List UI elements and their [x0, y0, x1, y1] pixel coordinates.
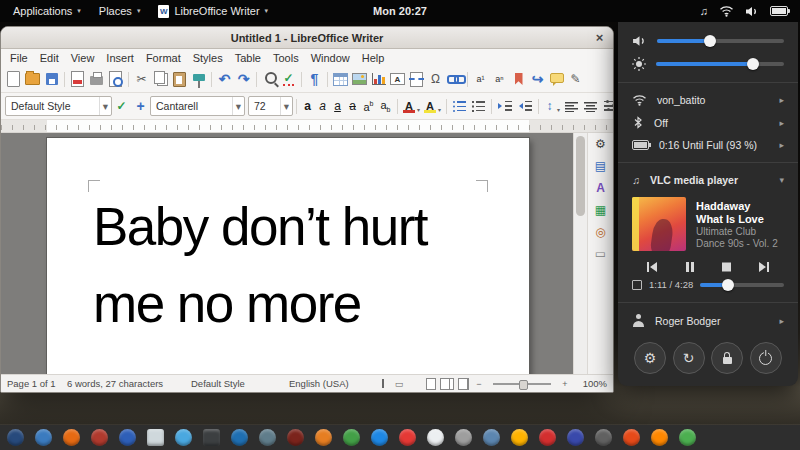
page-deck-icon[interactable]: ▭ — [595, 248, 606, 260]
insert-hyperlink-button[interactable] — [445, 69, 464, 89]
system-status-area[interactable]: ♫ — [700, 0, 788, 22]
font-size-combo[interactable]: 72 ▾ — [248, 96, 293, 116]
strikethrough-button[interactable]: a — [345, 99, 360, 113]
previous-track-button[interactable] — [645, 261, 658, 273]
font-color-dropdown[interactable]: ▾ — [417, 106, 420, 113]
taskbar-app-icon-18[interactable] — [483, 429, 500, 446]
menu-tools[interactable]: Tools — [267, 52, 305, 64]
insert-textbox-button[interactable]: A — [388, 69, 407, 89]
copy-button[interactable] — [151, 69, 170, 89]
multi-page-view-icon[interactable] — [440, 378, 450, 390]
paste-button[interactable] — [170, 69, 189, 89]
taskbar-vlc-icon[interactable] — [651, 429, 668, 446]
wifi-icon[interactable] — [719, 5, 734, 17]
brightness-slider[interactable] — [656, 62, 784, 66]
bold-button[interactable]: a — [300, 99, 315, 113]
taskbar-terminal-icon[interactable] — [203, 429, 220, 446]
window-titlebar[interactable]: Untitled 1 - LibreOffice Writer × — [1, 27, 613, 49]
zoom-slider[interactable] — [493, 383, 551, 385]
document-page[interactable]: Baby don’t hurt me no more — [47, 138, 529, 374]
bullet-list-button[interactable] — [453, 101, 466, 111]
zoom-slider-knob[interactable] — [519, 380, 528, 390]
highlight-color-button[interactable]: A — [422, 100, 438, 112]
insert-image-button[interactable] — [350, 69, 369, 89]
chevron-down-icon[interactable]: ▾ — [99, 97, 111, 115]
book-view-icon[interactable] — [458, 378, 469, 390]
update-style-button[interactable]: ✓ — [112, 96, 131, 116]
document-canvas[interactable]: Baby don’t hurt me no more — [1, 133, 573, 374]
page-break-button[interactable] — [407, 69, 426, 89]
taskbar-app-icon-23[interactable] — [623, 429, 640, 446]
new-style-button[interactable]: + — [131, 96, 150, 116]
redo-button[interactable]: ↷ — [234, 69, 253, 89]
save-button[interactable] — [42, 69, 61, 89]
underline-button[interactable]: a — [330, 99, 345, 113]
taskbar-app-icon-4[interactable] — [91, 429, 108, 446]
selection-mode-icon[interactable]: ▭ — [391, 379, 407, 389]
pause-button[interactable] — [684, 261, 695, 273]
document-text[interactable]: Baby don’t hurt me no more — [47, 138, 529, 342]
menu-edit[interactable]: Edit — [34, 52, 65, 64]
brightness-slider-knob[interactable] — [747, 58, 759, 70]
menu-file[interactable]: File — [4, 52, 34, 64]
highlight-color-dropdown[interactable]: ▾ — [438, 106, 441, 113]
taskbar-app-icon-9[interactable] — [231, 429, 248, 446]
zoom-in-button[interactable]: + — [557, 379, 573, 389]
superscript-button[interactable]: ab — [360, 100, 377, 113]
track-changes-button[interactable]: ✎ — [566, 69, 585, 89]
font-name-combo[interactable]: Cantarell ▾ — [150, 96, 245, 116]
settings-button[interactable]: ⚙ — [634, 342, 666, 374]
cut-button[interactable]: ✂ — [132, 69, 151, 89]
vertical-scrollbar[interactable] — [573, 133, 587, 374]
print-preview-button[interactable] — [106, 69, 125, 89]
sidebar-settings-icon[interactable] — [604, 101, 613, 111]
paragraph-style-combo[interactable]: Default Style ▾ — [5, 96, 112, 116]
insert-footnote-button[interactable]: a¹ — [471, 69, 490, 89]
sidebar-settings-icon[interactable]: ⚙ — [595, 138, 606, 150]
battery-menu-item[interactable]: 0:16 Until Full (93 %) ▸ — [618, 134, 798, 156]
menu-insert[interactable]: Insert — [100, 52, 140, 64]
chevron-down-icon[interactable]: ▾ — [232, 97, 244, 115]
menu-window[interactable]: Window — [305, 52, 356, 64]
insert-bookmark-button[interactable] — [509, 69, 528, 89]
language-status[interactable]: English (USA) — [289, 378, 375, 389]
taskbar-app-icon-21[interactable] — [567, 429, 584, 446]
media-player-menu-item[interactable]: ♫ VLC media player ▾ — [618, 169, 798, 191]
increase-indent-button[interactable] — [498, 101, 512, 111]
print-button[interactable] — [87, 69, 106, 89]
spelling-button[interactable]: ✓ — [279, 69, 298, 89]
scrollbar-thumb[interactable] — [576, 136, 585, 216]
taskbar-app-icon-22[interactable] — [595, 429, 612, 446]
taskbar-music-icon[interactable] — [511, 429, 528, 446]
orientation-lock-button[interactable]: ↻ — [673, 342, 705, 374]
taskbar-media-player-icon[interactable] — [427, 429, 444, 446]
decrease-indent-button[interactable] — [518, 101, 532, 111]
taskbar-app-icon-5[interactable] — [119, 429, 136, 446]
places-menu[interactable]: Places ▾ — [90, 0, 150, 22]
media-icon[interactable]: ♫ — [700, 5, 708, 17]
power-button[interactable] — [750, 342, 782, 374]
zoom-level[interactable]: 100% — [573, 378, 607, 389]
volume-slider-knob[interactable] — [704, 35, 716, 47]
taskbar-app-icon-12[interactable] — [315, 429, 332, 446]
volume-slider[interactable] — [657, 39, 784, 43]
insert-mode-icon[interactable] — [375, 379, 391, 388]
clone-formatting-button[interactable] — [189, 69, 208, 89]
next-track-button[interactable] — [758, 261, 771, 273]
zoom-out-button[interactable]: − — [471, 379, 487, 389]
track-progress-knob[interactable] — [722, 279, 734, 291]
taskbar-app-icon-2[interactable] — [35, 429, 52, 446]
taskbar-app-icon-17[interactable] — [455, 429, 472, 446]
navigator-deck-icon[interactable]: ◎ — [595, 226, 605, 238]
lock-screen-button[interactable] — [711, 342, 743, 374]
properties-deck-icon[interactable]: ▤ — [595, 160, 606, 172]
bluetooth-menu-item[interactable]: Off ▸ — [618, 111, 798, 134]
taskbar-app-icon-1[interactable] — [7, 429, 24, 446]
insert-table-button[interactable] — [331, 69, 350, 89]
gallery-deck-icon[interactable]: ▦ — [595, 204, 606, 216]
close-button[interactable]: × — [591, 29, 608, 46]
line-spacing-button[interactable]: ↕ — [542, 99, 557, 113]
page-number-status[interactable]: Page 1 of 1 — [7, 378, 67, 389]
taskbar-app-icon-13[interactable] — [343, 429, 360, 446]
clock[interactable]: Mon 20:27 — [373, 5, 427, 17]
